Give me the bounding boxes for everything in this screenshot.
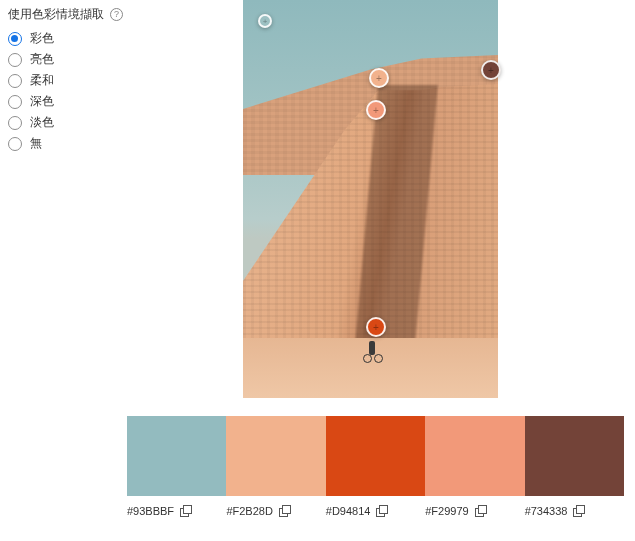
palette-swatch[interactable]	[525, 416, 624, 496]
color-mood-option[interactable]: 亮色	[8, 52, 123, 67]
palette-label-cell: #734338	[525, 505, 624, 517]
radio-label: 柔和	[30, 72, 54, 89]
copy-icon[interactable]	[180, 505, 192, 517]
panel-title: 使用色彩情境擷取	[8, 6, 104, 23]
palette-swatch[interactable]	[326, 416, 425, 496]
color-picker-handle[interactable]	[366, 100, 386, 120]
color-mood-option[interactable]: 淡色	[8, 115, 123, 130]
radio-icon	[8, 116, 22, 130]
help-icon[interactable]: ?	[110, 8, 123, 21]
color-mood-option[interactable]: 深色	[8, 94, 123, 109]
color-picker-handle[interactable]	[369, 68, 389, 88]
palette-hex-value: #734338	[525, 505, 568, 517]
color-mood-option[interactable]: 無	[8, 136, 123, 151]
palette-labels: #93BBBF#F2B28D#D94814#F29979#734338	[127, 505, 624, 517]
palette-hex-value: #F29979	[425, 505, 468, 517]
palette-label-cell: #F29979	[425, 505, 524, 517]
color-mood-options: 彩色亮色柔和深色淡色無	[8, 31, 123, 151]
palette-swatch[interactable]	[425, 416, 524, 496]
copy-icon[interactable]	[475, 505, 487, 517]
copy-icon[interactable]	[376, 505, 388, 517]
radio-icon	[8, 32, 22, 46]
copy-icon[interactable]	[279, 505, 291, 517]
radio-label: 無	[30, 135, 42, 152]
palette-swatches	[127, 416, 624, 496]
palette-hex-value: #D94814	[326, 505, 371, 517]
radio-label: 淡色	[30, 114, 54, 131]
palette-label-cell: #93BBBF	[127, 505, 226, 517]
palette-swatch[interactable]	[226, 416, 325, 496]
palette-hex-value: #F2B28D	[226, 505, 272, 517]
palette-label-cell: #F2B28D	[226, 505, 325, 517]
radio-label: 深色	[30, 93, 54, 110]
panel-title-row: 使用色彩情境擷取 ?	[8, 6, 123, 23]
color-picker-handle[interactable]	[366, 317, 386, 337]
color-mood-option[interactable]: 柔和	[8, 73, 123, 88]
source-image	[243, 0, 498, 398]
radio-icon	[8, 53, 22, 67]
color-mood-panel: 使用色彩情境擷取 ? 彩色亮色柔和深色淡色無	[8, 6, 123, 151]
radio-icon	[8, 74, 22, 88]
color-picker-handle[interactable]	[258, 14, 272, 28]
color-mood-option[interactable]: 彩色	[8, 31, 123, 46]
radio-label: 亮色	[30, 51, 54, 68]
radio-label: 彩色	[30, 30, 54, 47]
palette-hex-value: #93BBBF	[127, 505, 174, 517]
palette-label-cell: #D94814	[326, 505, 425, 517]
radio-icon	[8, 137, 22, 151]
copy-icon[interactable]	[573, 505, 585, 517]
radio-icon	[8, 95, 22, 109]
palette-swatch[interactable]	[127, 416, 226, 496]
image-cyclist	[363, 338, 383, 363]
color-picker-handle[interactable]	[481, 60, 501, 80]
